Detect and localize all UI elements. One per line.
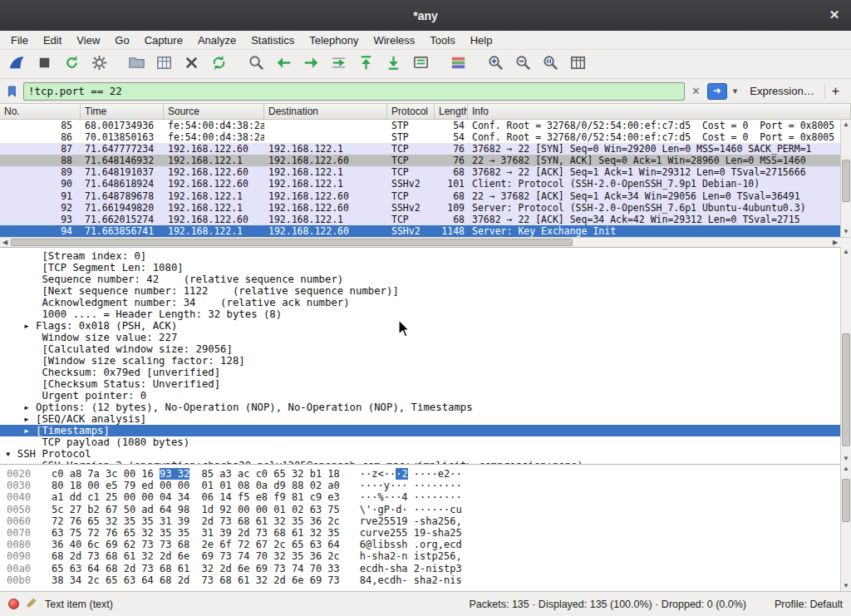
hex-row[interactable]: 0040 a1 dd c1 25 00 00 04 34 06 14 f5 e8…: [0, 491, 851, 503]
detail-line[interactable]: [Stream index: 0]: [0, 250, 851, 262]
menu-item[interactable]: Tools: [422, 32, 462, 48]
column-header[interactable]: No.: [0, 104, 81, 119]
capture-options-button[interactable]: [86, 52, 112, 76]
hex-ascii[interactable]: curve255 19-sha25: [360, 527, 462, 539]
detail-line[interactable]: ▸ Flags: 0x018 (PSH, ACK): [0, 320, 851, 332]
menu-item[interactable]: Wireless: [366, 32, 422, 48]
hex-bytes[interactable]: 36 40 6c 69 62 73 73 68 2e 6f 72 67 2c 6…: [52, 539, 340, 550]
packet-row[interactable]: 94 71.663856741 192.168.122.1 192.168.12…: [0, 225, 851, 237]
detail-line[interactable]: TCP payload (1080 bytes): [0, 436, 851, 448]
menu-item[interactable]: Analyze: [190, 32, 243, 48]
hex-row[interactable]: 00a0 65 63 64 68 2d 73 68 61 32 2d 6e 69…: [0, 563, 851, 574]
capture-comment-icon[interactable]: [26, 597, 38, 612]
add-filter-button[interactable]: +: [824, 84, 846, 99]
menu-item[interactable]: Edit: [36, 32, 69, 48]
packet-list-vscrollbar[interactable]: ▲ ▼: [840, 120, 851, 237]
menu-item[interactable]: Help: [463, 32, 500, 48]
auto-scroll-button[interactable]: [408, 52, 434, 76]
filter-dropdown-icon[interactable]: ▾: [730, 86, 740, 96]
detail-line[interactable]: Acknowledgment number: 34 (relative ack …: [0, 297, 851, 308]
hex-ascii[interactable]: ecdh-sha 2-nistp3: [360, 563, 462, 574]
restart-capture-button[interactable]: [59, 52, 85, 76]
hex-bytes[interactable]: c0 a8 7a 3c 00 16 93 32 85 a3 ac c0 65 3…: [52, 468, 340, 480]
reload-button[interactable]: [206, 52, 232, 76]
scroll-down-icon[interactable]: ▼: [841, 581, 851, 591]
menu-item[interactable]: File: [3, 32, 36, 48]
scroll-up-icon[interactable]: ▲: [841, 247, 851, 257]
column-header[interactable]: Length: [435, 104, 468, 119]
profile-button[interactable]: Profile: Default: [775, 599, 843, 610]
open-file-button[interactable]: [124, 52, 150, 76]
hex-row[interactable]: 0050 5c 27 b2 67 50 ad 64 98 1d 92 00 00…: [0, 504, 851, 515]
detail-line[interactable]: Window size value: 227: [0, 332, 851, 343]
hex-ascii[interactable]: h-sha2-n istp256,: [360, 550, 462, 562]
hex-row[interactable]: 0020 c0 a8 7a 3c 00 16 93 32 85 a3 ac c0…: [0, 468, 851, 480]
menu-item[interactable]: Telephony: [302, 32, 366, 48]
detail-line[interactable]: ▸ Options: (12 bytes), No-Operation (NOP…: [0, 402, 851, 413]
menu-item[interactable]: Capture: [137, 32, 190, 48]
details-vscrollbar[interactable]: ▲ ▼: [840, 247, 851, 464]
hex-ascii[interactable]: 84,ecdh- sha2-nis: [360, 574, 462, 586]
detail-line[interactable]: ▸ [SEQ/ACK analysis]: [0, 413, 851, 425]
hex-row[interactable]: 0090 68 2d 73 68 61 32 2d 6e 69 73 74 70…: [0, 550, 851, 562]
detail-line[interactable]: [Next sequence number: 1122 (relative se…: [0, 285, 851, 297]
zoom-original-button[interactable]: [538, 52, 563, 76]
hex-bytes[interactable]: 80 18 00 e5 79 ed 00 00 01 01 08 0a d9 8…: [52, 480, 340, 491]
hex-ascii[interactable]: 6@libssh .org,ecd: [360, 539, 462, 550]
scrollbar-thumb[interactable]: [842, 479, 850, 522]
go-back-button[interactable]: [271, 52, 297, 76]
packet-row[interactable]: 93 71.662015274 192.168.122.60 192.168.1…: [0, 214, 851, 225]
detail-line[interactable]: Urgent pointer: 0: [0, 390, 851, 402]
hex-ascii[interactable]: ··z<···2 ····e2··: [360, 468, 462, 480]
detail-line[interactable]: Sequence number: 42 (relative sequence n…: [0, 274, 851, 285]
close-file-button[interactable]: [179, 52, 204, 76]
filter-clear-icon[interactable]: ✕: [688, 85, 704, 97]
hex-ascii[interactable]: ···%···4 ········: [360, 491, 462, 503]
detail-line[interactable]: [TCP Segment Len: 1080]: [0, 262, 851, 274]
zoom-in-button[interactable]: [483, 52, 509, 76]
start-capture-button[interactable]: [4, 52, 30, 76]
close-window-button[interactable]: ✕: [826, 7, 843, 23]
hex-ascii[interactable]: ····y··· ········: [360, 480, 462, 491]
detail-line[interactable]: ▸ [Timestamps]: [0, 425, 851, 436]
expert-info-icon[interactable]: [8, 599, 19, 609]
hex-row[interactable]: 00b0 38 34 2c 65 63 64 68 2d 73 68 61 32…: [0, 574, 851, 586]
hex-row[interactable]: 0060 72 76 65 32 35 35 31 39 2d 73 68 61…: [0, 515, 851, 527]
menu-item[interactable]: Statistics: [243, 32, 302, 48]
hex-bytes[interactable]: 38 34 2c 65 63 64 68 2d 73 68 61 32 2d 6…: [52, 574, 340, 586]
menu-item[interactable]: View: [69, 32, 107, 48]
hex-row[interactable]: 0030 80 18 00 e5 79 ed 00 00 01 01 08 0a…: [0, 480, 851, 491]
scroll-up-icon[interactable]: ▲: [841, 464, 851, 474]
scrollbar-thumb[interactable]: [842, 160, 850, 202]
hex-vscrollbar[interactable]: ▲ ▼: [840, 464, 851, 591]
detail-line[interactable]: [Window size scaling factor: 128]: [0, 355, 851, 367]
scroll-down-icon[interactable]: ▼: [841, 454, 851, 464]
hex-bytes[interactable]: 5c 27 b2 67 50 ad 64 98 1d 92 00 00 01 0…: [52, 504, 340, 515]
go-to-last-button[interactable]: [381, 52, 406, 76]
packet-row[interactable]: 91 71.648789678 192.168.122.1 192.168.12…: [0, 190, 851, 202]
detail-line[interactable]: 1000 .... = Header Length: 32 bytes (8): [0, 308, 851, 320]
hex-ascii[interactable]: rve25519 -sha256,: [360, 515, 462, 527]
resize-columns-button[interactable]: [565, 52, 591, 76]
colorize-button[interactable]: [445, 52, 471, 76]
column-header[interactable]: Source: [164, 104, 264, 119]
column-header[interactable]: Destination: [264, 104, 387, 119]
hex-row[interactable]: 0070 63 75 72 76 65 32 35 35 31 39 2d 73…: [0, 527, 851, 539]
column-header[interactable]: Protocol: [387, 104, 435, 119]
hex-bytes[interactable]: 65 63 64 68 2d 73 68 61 32 2d 6e 69 73 7…: [52, 563, 340, 574]
packet-row[interactable]: 85 68.001734936 fe:54:00:d4:38:2a STP 54…: [0, 120, 851, 131]
column-header[interactable]: Info: [468, 104, 851, 119]
go-to-first-button[interactable]: [353, 52, 379, 76]
filter-apply-button[interactable]: ➜: [707, 83, 727, 100]
display-filter-input[interactable]: [23, 82, 685, 101]
packet-row[interactable]: 88 71.648146932 192.168.122.1 192.168.12…: [0, 155, 851, 166]
scroll-right-icon[interactable]: ▶: [830, 238, 840, 247]
packet-row[interactable]: 87 71.647777234 192.168.122.60 192.168.1…: [0, 143, 851, 155]
menu-item[interactable]: Go: [107, 32, 136, 48]
scroll-down-icon[interactable]: ▼: [841, 227, 851, 237]
hex-bytes[interactable]: 63 75 72 76 65 32 35 35 31 39 2d 73 68 6…: [52, 527, 340, 539]
detail-line[interactable]: ▾ SSH Protocol: [0, 448, 851, 460]
packet-row[interactable]: 89 71.648191037 192.168.122.60 192.168.1…: [0, 166, 851, 178]
find-packet-button[interactable]: [243, 52, 269, 76]
go-forward-button[interactable]: [298, 52, 324, 76]
